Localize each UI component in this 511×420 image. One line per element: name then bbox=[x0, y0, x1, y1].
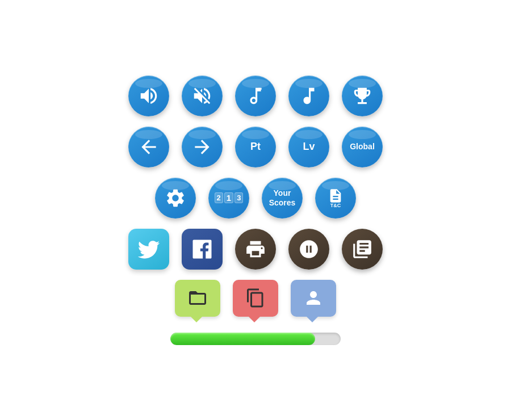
your-scores-label: Your Scores bbox=[269, 188, 296, 208]
main-container: Pt Lv Global 2 1 3 Your Scores bbox=[111, 58, 400, 362]
your-scores-line2: Scores bbox=[269, 198, 296, 207]
tc-label: T&C bbox=[330, 203, 341, 208]
back-arrow-icon bbox=[138, 136, 160, 158]
facebook-icon bbox=[190, 237, 215, 262]
points-label: Pt bbox=[250, 141, 261, 153]
facebook-button[interactable] bbox=[182, 229, 223, 270]
copy-button[interactable] bbox=[233, 280, 278, 317]
trophy-icon bbox=[351, 85, 373, 107]
trophy-button[interactable] bbox=[342, 75, 383, 116]
user-button[interactable] bbox=[291, 280, 336, 317]
open-folder-button[interactable] bbox=[175, 280, 220, 317]
ink-cartridge-icon bbox=[298, 238, 320, 260]
print-button[interactable] bbox=[235, 229, 276, 270]
music-note-button[interactable] bbox=[288, 75, 329, 116]
copy-icon bbox=[245, 288, 266, 308]
global-label: Global bbox=[350, 142, 375, 152]
score-2: 2 bbox=[215, 192, 223, 203]
icon-row-1 bbox=[128, 75, 383, 116]
music-notes-icon bbox=[245, 85, 266, 107]
twitter-icon bbox=[136, 237, 161, 262]
forward-button[interactable] bbox=[182, 127, 223, 167]
gear-icon bbox=[165, 187, 186, 209]
level-label: Lv bbox=[303, 141, 315, 153]
settings-button[interactable] bbox=[155, 178, 196, 219]
paper-stack-icon bbox=[351, 238, 373, 260]
ink-button[interactable] bbox=[288, 229, 329, 270]
icon-row-3: 2 1 3 Your Scores T&C bbox=[155, 178, 356, 219]
music-note-icon bbox=[298, 85, 320, 107]
score-3: 3 bbox=[234, 192, 243, 203]
score-1: 1 bbox=[224, 192, 233, 203]
forward-arrow-icon bbox=[191, 136, 213, 158]
back-button[interactable] bbox=[128, 127, 169, 167]
printer-icon bbox=[245, 238, 266, 260]
points-button[interactable]: Pt bbox=[235, 127, 276, 167]
progress-bar-track bbox=[170, 333, 341, 345]
sound-on-button[interactable] bbox=[128, 75, 169, 116]
global-button[interactable]: Global bbox=[342, 127, 383, 167]
paper-stack-button[interactable] bbox=[342, 229, 383, 270]
folder-open-icon bbox=[187, 288, 208, 308]
document-icon bbox=[328, 188, 344, 204]
sound-off-button[interactable] bbox=[182, 75, 223, 116]
your-scores-line1: Your bbox=[274, 188, 291, 198]
progress-bar-fill bbox=[170, 333, 315, 345]
icon-row-2: Pt Lv Global bbox=[128, 127, 383, 167]
terms-button[interactable]: T&C bbox=[315, 178, 356, 219]
terms-content: T&C bbox=[328, 188, 344, 208]
icon-row-4 bbox=[128, 229, 383, 270]
music-notes-button[interactable] bbox=[235, 75, 276, 116]
your-scores-button[interactable]: Your Scores bbox=[262, 178, 303, 219]
icon-row-5 bbox=[175, 280, 336, 317]
sound-off-icon bbox=[191, 85, 213, 107]
sound-on-icon bbox=[138, 85, 160, 107]
user-icon bbox=[303, 288, 324, 308]
twitter-button[interactable] bbox=[128, 229, 169, 270]
progress-bar-container bbox=[170, 333, 341, 345]
level-button[interactable]: Lv bbox=[288, 127, 329, 167]
scoreboard-numbers: 2 1 3 bbox=[215, 192, 244, 203]
scoreboard-button[interactable]: 2 1 3 bbox=[208, 178, 249, 219]
